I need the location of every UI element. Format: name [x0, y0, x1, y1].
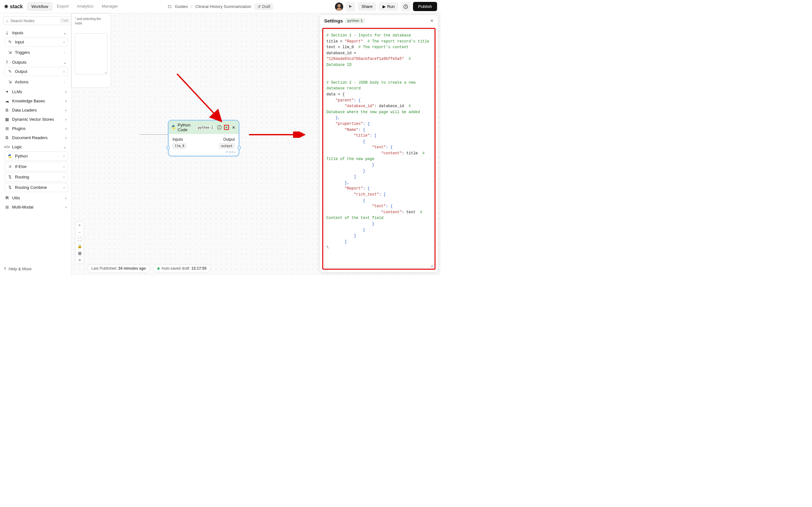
sidebar-item-python[interactable]: Python ≡ [4, 152, 68, 161]
svg-line-15 [227, 126, 227, 127]
zoom-out-button[interactable]: − [75, 229, 84, 236]
node-time: ⏱ 0.0 s [169, 151, 239, 156]
svg-line-12 [225, 126, 226, 127]
canvas[interactable]: " and selecting the node. Python Code py… [71, 13, 441, 275]
grip-icon: ≡ [63, 154, 65, 158]
tab-workflow[interactable]: Workflow [27, 2, 52, 11]
sidebar-item-output[interactable]: ✎ Output ≡ [4, 67, 68, 76]
section-utils[interactable]: 🛠 Utils › [3, 193, 68, 203]
file-icon: 🗎 [4, 108, 9, 112]
breadcrumbs: 🗀 Guides / Clinical History Summarizatio… [167, 3, 273, 10]
close-node-icon[interactable]: ✕ [231, 125, 236, 130]
play-icon: ▶ [383, 4, 386, 9]
avatar[interactable] [335, 3, 343, 11]
section-knowledge[interactable]: ☁ Knowledge Bases › [3, 96, 68, 106]
run-button[interactable]: ▶ Run [379, 2, 398, 11]
cursor-play-icon[interactable] [346, 2, 355, 11]
logo[interactable]: ✷ stack [4, 3, 23, 10]
breadcrumb-page[interactable]: Clinical History Summarization [195, 4, 251, 9]
branch-icon: ⤭ [7, 164, 12, 169]
grip-icon: ≡ [63, 165, 65, 169]
sidebar: ⌕ CtrlK ⭳ Inputs ⌄ ✎ Input ≡ ⇲ Triggers … [0, 13, 71, 275]
annotation-arrow-2 [247, 131, 308, 138]
zoom-in-button[interactable]: + [75, 222, 84, 229]
chevron-right-icon: › [65, 117, 67, 122]
chevron-down-icon: ⌄ [63, 145, 67, 149]
draft-badge[interactable]: ↺ Draft [254, 3, 273, 10]
route-icon: ⇅ [7, 175, 12, 179]
grip-icon: ≡ [63, 40, 65, 44]
sidebar-item-routing[interactable]: ⇅ Routing ≡ [4, 172, 68, 181]
python-icon [171, 125, 176, 130]
fit-button[interactable]: ⛶ [75, 236, 84, 243]
last-published-pill[interactable]: Last Published 34 minutes ago [87, 264, 150, 273]
history-icon: ↺ [258, 4, 261, 9]
section-logic[interactable]: </> Logic ⌄ [3, 142, 68, 152]
share-button[interactable]: Share [358, 2, 376, 11]
node-header: Python Code python-1 i ✕ [169, 121, 239, 134]
combine-icon: ⇅ [7, 185, 12, 190]
chevron-right-icon: › [65, 108, 67, 112]
download-icon: ⭳ [4, 31, 9, 35]
sidebar-item-ifelse[interactable]: ⤭ If-Else ≡ [4, 162, 68, 171]
close-settings-icon[interactable]: ✕ [430, 18, 434, 23]
section-multimodal[interactable]: ⊞ Multi-Modal › [3, 203, 68, 212]
input-port[interactable] [166, 146, 170, 149]
hint-text: " and selecting the node. [75, 17, 107, 26]
bolt-icon: ⇲ [7, 50, 12, 55]
grid4-icon: ⊞ [4, 205, 9, 210]
section-readers[interactable]: 🗎 Document Readers › [3, 133, 68, 142]
section-llms[interactable]: ✦ LLMs › [3, 87, 68, 96]
sidebar-item-input[interactable]: ✎ Input ≡ [4, 38, 68, 47]
chevron-right-icon: › [65, 135, 67, 140]
tab-export[interactable]: Export [53, 2, 72, 11]
sidebar-item-triggers[interactable]: ⇲ Triggers › [4, 48, 68, 57]
lock-button[interactable]: 🔒 [75, 243, 84, 250]
pencil-icon: ✎ [7, 69, 12, 74]
autosave-pill[interactable]: Auto-saved draft 13:17:55 [153, 264, 211, 273]
section-loaders[interactable]: 🗎 Data Loaders › [3, 106, 68, 115]
status-bar: Last Published 34 minutes ago Auto-saved… [87, 264, 211, 273]
grid-button[interactable]: ▦ [75, 250, 84, 257]
breadcrumb-folder[interactable]: Guides [175, 4, 188, 9]
chevron-right-icon: › [65, 126, 67, 131]
list-button[interactable]: ≡ [75, 257, 84, 264]
search-icon: ⌕ [6, 18, 9, 23]
doc-icon: 🗎 [4, 135, 9, 140]
chevron-right-icon: › [65, 99, 67, 103]
section-plugins[interactable]: ⊞ Plugins › [3, 124, 68, 133]
breadcrumb-sep: / [191, 4, 192, 9]
pencil-icon: ✎ [7, 40, 12, 44]
logo-text: stack [10, 4, 23, 9]
tab-analytics[interactable]: Analytics [73, 2, 97, 11]
output-port[interactable] [238, 146, 241, 149]
green-dot-icon [157, 268, 159, 270]
clock-button[interactable] [401, 2, 410, 11]
settings-panel: Settings python-1 ✕ # Section 1 - Inputs… [319, 14, 438, 273]
textarea-placeholder[interactable] [75, 33, 107, 74]
code-editor-wrapper: # Section 1 - Inputs for the database ti… [322, 28, 436, 270]
search-input[interactable] [10, 19, 58, 23]
output-label: Output [206, 137, 235, 142]
section-outputs[interactable]: ⭱ Outputs ⌄ [3, 58, 68, 67]
info-icon[interactable]: i [217, 125, 222, 130]
chevron-right-icon: › [65, 205, 67, 210]
section-inputs[interactable]: ⭳ Inputs ⌄ [3, 28, 68, 38]
code-editor[interactable]: # Section 1 - Inputs for the database ti… [324, 30, 434, 268]
topbar-right: Share ▶ Run Publish [335, 2, 437, 11]
section-vector[interactable]: ▦ Dynamic Vector Stores › [3, 115, 68, 124]
tab-manager[interactable]: Manager [98, 2, 122, 11]
sidebar-item-actions[interactable]: ⇲ Actions › [4, 77, 68, 87]
grip-icon: ≡ [63, 175, 65, 179]
code-icon: </> [4, 145, 9, 149]
search-nodes[interactable]: ⌕ CtrlK [3, 16, 71, 25]
python-node[interactable]: Python Code python-1 i ✕ Inputs llm_0 Ou… [168, 120, 239, 156]
sidebar-item-routingcombine[interactable]: ⇅ Routing Combine ≡ [4, 183, 68, 192]
gear-icon[interactable] [224, 125, 229, 130]
help-button[interactable]: ? Help & More [4, 267, 32, 271]
svg-point-1 [338, 4, 341, 7]
chevron-down-icon: ⌄ [63, 60, 67, 65]
output-chip[interactable]: output [219, 143, 235, 149]
publish-button[interactable]: Publish [413, 2, 437, 11]
input-chip[interactable]: llm_0 [172, 143, 187, 149]
